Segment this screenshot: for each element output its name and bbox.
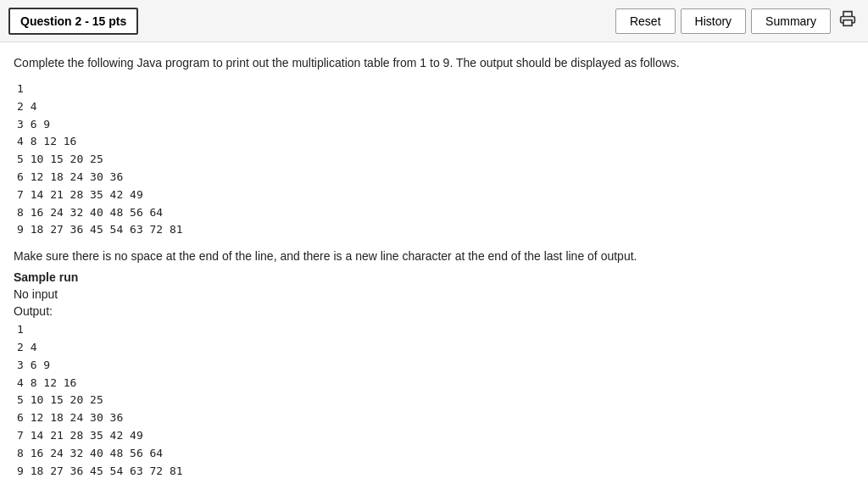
sample-output-display: 12 43 6 94 8 12 165 10 15 20 256 12 18 2…	[14, 321, 854, 480]
question-title-button[interactable]: Question 2 - 15 pts	[8, 8, 138, 35]
output-label: Output:	[14, 304, 854, 318]
reset-button[interactable]: Reset	[615, 8, 676, 34]
printer-icon	[839, 10, 856, 27]
page-header: Question 2 - 15 pts Reset History Summar…	[0, 0, 868, 42]
header-actions: Reset History Summary	[615, 7, 860, 35]
sample-run-label: Sample run	[14, 270, 854, 284]
history-button[interactable]: History	[681, 8, 747, 34]
svg-rect-0	[843, 20, 852, 26]
summary-button[interactable]: Summary	[751, 8, 831, 34]
print-button[interactable]	[836, 7, 860, 35]
no-input-label: No input	[14, 287, 854, 301]
multiplication-table-display: 12 43 6 94 8 12 165 10 15 20 256 12 18 2…	[14, 81, 854, 239]
note-text: Make sure there is no space at the end o…	[14, 248, 854, 265]
description-text: Complete the following Java program to p…	[14, 54, 854, 72]
main-content: Complete the following Java program to p…	[0, 42, 868, 484]
